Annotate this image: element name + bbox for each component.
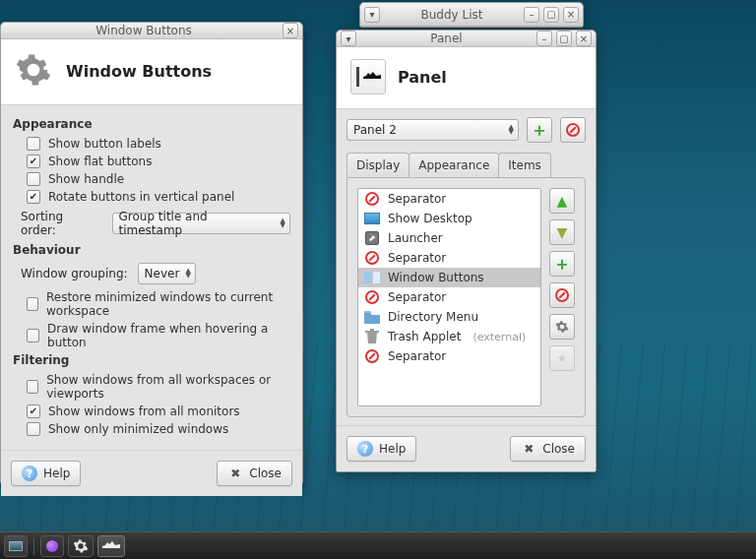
dialog-title: Window Buttons bbox=[66, 62, 212, 81]
window-title: Window Buttons bbox=[32, 24, 255, 37]
list-item-label: Trash Applet bbox=[388, 330, 461, 343]
list-item[interactable]: Trash Applet(external) bbox=[358, 327, 540, 346]
dialog-header: Panel bbox=[337, 47, 596, 109]
list-item-label: Separator bbox=[388, 192, 446, 206]
gear-icon bbox=[15, 51, 54, 91]
taskbar-item-settings[interactable] bbox=[68, 535, 94, 557]
items-list[interactable]: SeparatorShow Desktop⬈LauncherSeparatorW… bbox=[357, 188, 541, 406]
add-panel-button[interactable]: ＋ bbox=[527, 117, 552, 143]
move-up-button[interactable]: ▲ bbox=[549, 188, 575, 214]
show-handle-checkbox[interactable] bbox=[27, 172, 40, 186]
close-icon: ✖ bbox=[227, 466, 243, 481]
taskbar-item-panel[interactable] bbox=[97, 535, 125, 557]
panel-selector-combo[interactable]: Panel 2 ▲▼ bbox=[346, 119, 519, 141]
minimize-button[interactable]: – bbox=[536, 31, 552, 46]
remove-item-button[interactable] bbox=[549, 282, 575, 308]
star-icon: ★ bbox=[557, 351, 568, 365]
tabs: Display Appearance Items bbox=[346, 153, 586, 177]
minimize-button[interactable]: – bbox=[524, 7, 539, 23]
maximize-button[interactable]: ▢ bbox=[543, 7, 559, 23]
plus-icon: ＋ bbox=[553, 255, 571, 273]
window-grouping-value: Never bbox=[145, 267, 180, 280]
rotate-vertical-checkbox[interactable] bbox=[27, 190, 40, 204]
remove-panel-button[interactable] bbox=[560, 117, 586, 143]
item-preferences-button[interactable] bbox=[549, 314, 575, 340]
close-icon: ✖ bbox=[521, 441, 536, 457]
dialog-header: Window Buttons bbox=[1, 39, 302, 105]
show-flat-label: Show flat buttons bbox=[48, 155, 152, 168]
plus-icon: ＋ bbox=[531, 121, 548, 139]
tab-display[interactable]: Display bbox=[346, 153, 410, 177]
list-item[interactable]: Directory Menu bbox=[358, 307, 540, 327]
chevron-updown-icon: ▲▼ bbox=[281, 218, 285, 228]
close-button[interactable]: ✖ Close bbox=[217, 461, 292, 486]
list-item[interactable]: Window Buttons bbox=[358, 268, 540, 287]
sorting-order-label: Sorting order: bbox=[21, 210, 102, 237]
help-button-label: Help bbox=[379, 442, 406, 456]
panel-selector-value: Panel 2 bbox=[353, 123, 503, 137]
taskbar bbox=[0, 531, 756, 559]
list-item[interactable]: Separator bbox=[358, 287, 540, 307]
folder-icon bbox=[364, 310, 380, 324]
close-button[interactable]: ✖ Close bbox=[510, 436, 586, 462]
arrow-up-icon: ▲ bbox=[557, 194, 568, 208]
list-item[interactable]: Separator bbox=[358, 346, 540, 366]
help-button[interactable]: ? Help bbox=[346, 436, 416, 462]
show-flat-checkbox[interactable] bbox=[27, 155, 40, 168]
no-sign-icon bbox=[566, 123, 580, 137]
tab-items[interactable]: Items bbox=[498, 153, 551, 177]
help-button[interactable]: ? Help bbox=[11, 461, 81, 486]
restore-minimized-checkbox[interactable] bbox=[27, 297, 38, 311]
list-item[interactable]: ⬈Launcher bbox=[358, 228, 540, 248]
list-item[interactable]: Separator bbox=[358, 248, 540, 268]
list-item-label: Launcher bbox=[388, 231, 443, 245]
list-item-label: Window Buttons bbox=[388, 271, 484, 284]
window-menu-button[interactable]: ▾ bbox=[364, 7, 380, 23]
items-tab-panel: SeparatorShow Desktop⬈LauncherSeparatorW… bbox=[346, 177, 586, 417]
list-item-ext: (external) bbox=[472, 331, 526, 343]
only-minimized-checkbox[interactable] bbox=[27, 422, 40, 436]
arrow-down-icon: ▼ bbox=[557, 225, 568, 239]
help-button-label: Help bbox=[43, 466, 70, 480]
window-menu-button[interactable]: ▾ bbox=[341, 31, 356, 46]
list-item[interactable]: Show Desktop bbox=[358, 209, 540, 228]
list-item-label: Separator bbox=[388, 349, 446, 363]
close-button[interactable]: × bbox=[563, 7, 579, 23]
draw-frame-label: Draw window frame when hovering a button bbox=[47, 322, 290, 349]
section-behaviour: Behaviour bbox=[13, 243, 290, 257]
help-icon: ? bbox=[22, 466, 37, 481]
list-item-label: Separator bbox=[388, 251, 446, 265]
restore-minimized-label: Restore minimized windows to current wor… bbox=[46, 290, 290, 318]
no-sign-icon bbox=[365, 251, 379, 265]
titlebar[interactable]: Window Buttons × bbox=[1, 23, 302, 39]
all-workspaces-checkbox[interactable] bbox=[27, 380, 38, 394]
close-button[interactable]: × bbox=[576, 31, 592, 46]
titlebar[interactable]: ▾ Panel – ▢ × bbox=[337, 31, 596, 47]
show-labels-checkbox[interactable] bbox=[27, 137, 40, 151]
taskbar-item-pidgin[interactable] bbox=[40, 535, 64, 557]
item-about-button[interactable]: ★ bbox=[549, 345, 575, 371]
titlebar[interactable]: ▾ Buddy List – ▢ × bbox=[360, 3, 583, 27]
section-appearance: Appearance bbox=[13, 117, 290, 131]
sorting-order-combo[interactable]: Group title and timestamp ▲▼ bbox=[112, 213, 291, 234]
taskbar-show-desktop[interactable] bbox=[4, 535, 28, 557]
no-sign-icon bbox=[555, 288, 569, 302]
panel-dialog: ▾ Panel – ▢ × Panel Panel 2 ▲▼ ＋ bbox=[336, 30, 597, 472]
list-item[interactable]: Separator bbox=[358, 189, 540, 209]
maximize-button[interactable]: ▢ bbox=[556, 31, 572, 46]
window-buttons-dialog: Window Buttons × Window Buttons Appearan… bbox=[0, 22, 303, 484]
window-title: Buddy List bbox=[408, 8, 496, 22]
add-item-button[interactable]: ＋ bbox=[549, 251, 575, 277]
rotate-vertical-label: Rotate buttons in vertical panel bbox=[48, 190, 234, 204]
show-labels-label: Show button labels bbox=[48, 137, 161, 151]
separator bbox=[33, 537, 34, 555]
close-button-label: Close bbox=[249, 466, 282, 480]
window-grouping-combo[interactable]: Never ▲▼ bbox=[138, 263, 196, 284]
tab-appearance[interactable]: Appearance bbox=[409, 153, 499, 177]
chevron-updown-icon: ▲▼ bbox=[509, 125, 514, 135]
draw-frame-checkbox[interactable] bbox=[27, 329, 39, 342]
move-down-button[interactable]: ▼ bbox=[549, 219, 575, 245]
show-desktop-icon bbox=[9, 541, 23, 551]
close-icon[interactable]: × bbox=[283, 23, 298, 38]
all-monitors-checkbox[interactable] bbox=[27, 404, 40, 418]
